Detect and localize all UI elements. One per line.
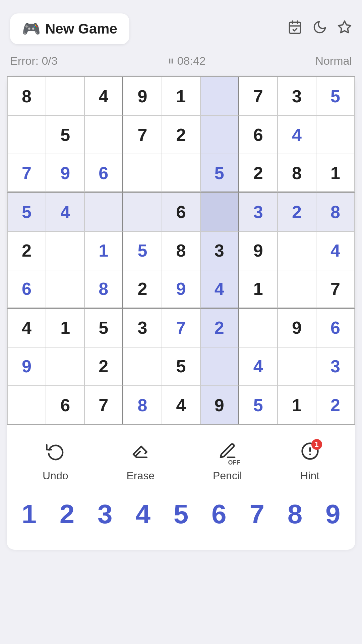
cell-7-7[interactable] bbox=[278, 347, 316, 386]
cell-7-4[interactable]: 5 bbox=[162, 347, 200, 386]
cell-0-2[interactable]: 4 bbox=[84, 77, 123, 115]
cell-7-2[interactable]: 2 bbox=[84, 347, 123, 386]
settings-icon[interactable] bbox=[337, 20, 352, 38]
cell-1-8[interactable] bbox=[316, 115, 355, 154]
cell-7-1[interactable] bbox=[46, 347, 84, 386]
cell-8-6[interactable]: 5 bbox=[239, 386, 278, 424]
cell-2-2[interactable]: 6 bbox=[84, 154, 123, 193]
cell-8-7[interactable]: 1 bbox=[278, 386, 316, 424]
cell-4-8[interactable]: 4 bbox=[316, 231, 355, 270]
cell-7-5[interactable] bbox=[200, 347, 239, 386]
cell-5-5[interactable]: 4 bbox=[200, 270, 239, 309]
cell-0-3[interactable]: 9 bbox=[123, 77, 162, 115]
cell-7-3[interactable] bbox=[123, 347, 162, 386]
cell-6-6[interactable] bbox=[239, 309, 278, 347]
cell-3-5[interactable] bbox=[200, 193, 239, 231]
cell-1-7[interactable]: 4 bbox=[278, 115, 316, 154]
cell-8-8[interactable]: 2 bbox=[316, 386, 355, 424]
cell-0-7[interactable]: 3 bbox=[278, 77, 316, 115]
cell-8-2[interactable]: 7 bbox=[84, 386, 123, 424]
cell-5-3[interactable]: 2 bbox=[123, 270, 162, 309]
cell-2-1[interactable]: 9 bbox=[46, 154, 84, 193]
numpad-6[interactable]: 6 bbox=[202, 499, 236, 530]
cell-5-1[interactable] bbox=[46, 270, 84, 309]
cell-1-6[interactable]: 6 bbox=[239, 115, 278, 154]
cell-3-6[interactable]: 3 bbox=[239, 193, 278, 231]
cell-1-0[interactable] bbox=[7, 115, 46, 154]
cell-5-0[interactable]: 6 bbox=[7, 270, 46, 309]
moon-icon[interactable] bbox=[312, 20, 327, 38]
cell-4-6[interactable]: 9 bbox=[239, 231, 278, 270]
cell-3-2[interactable] bbox=[84, 193, 123, 231]
numpad-3[interactable]: 3 bbox=[88, 499, 122, 530]
cell-3-8[interactable]: 8 bbox=[316, 193, 355, 231]
numpad-8[interactable]: 8 bbox=[278, 499, 312, 530]
numpad-9[interactable]: 9 bbox=[316, 499, 350, 530]
cell-5-6[interactable]: 1 bbox=[239, 270, 278, 309]
cell-4-0[interactable]: 2 bbox=[7, 231, 46, 270]
cell-2-4[interactable] bbox=[162, 154, 200, 193]
cell-0-5[interactable] bbox=[200, 77, 239, 115]
cell-3-4[interactable]: 6 bbox=[162, 193, 200, 231]
cell-6-3[interactable]: 3 bbox=[123, 309, 162, 347]
cell-8-3[interactable]: 8 bbox=[123, 386, 162, 424]
cell-6-5[interactable]: 2 bbox=[200, 309, 239, 347]
cell-6-1[interactable]: 1 bbox=[46, 309, 84, 347]
cell-1-2[interactable] bbox=[84, 115, 123, 154]
cell-5-4[interactable]: 9 bbox=[162, 270, 200, 309]
cell-0-4[interactable]: 1 bbox=[162, 77, 200, 115]
cell-5-2[interactable]: 8 bbox=[84, 270, 123, 309]
cell-0-0[interactable]: 8 bbox=[7, 77, 46, 115]
cell-7-0[interactable]: 9 bbox=[7, 347, 46, 386]
cell-6-8[interactable]: 6 bbox=[316, 309, 355, 347]
numpad-2[interactable]: 2 bbox=[50, 499, 84, 530]
numpad-1[interactable]: 1 bbox=[12, 499, 46, 530]
cell-2-5[interactable]: 5 bbox=[200, 154, 239, 193]
cell-1-1[interactable]: 5 bbox=[46, 115, 84, 154]
cell-4-1[interactable] bbox=[46, 231, 84, 270]
cell-8-5[interactable]: 9 bbox=[200, 386, 239, 424]
erase-button[interactable]: Erase bbox=[126, 442, 155, 482]
cell-8-0[interactable] bbox=[7, 386, 46, 424]
calendar-icon[interactable] bbox=[288, 20, 302, 38]
cell-1-3[interactable]: 7 bbox=[123, 115, 162, 154]
cell-4-4[interactable]: 8 bbox=[162, 231, 200, 270]
cell-6-7[interactable]: 9 bbox=[278, 309, 316, 347]
numpad-7[interactable]: 7 bbox=[240, 499, 274, 530]
cell-7-6[interactable]: 4 bbox=[239, 347, 278, 386]
cell-8-4[interactable]: 4 bbox=[162, 386, 200, 424]
pencil-button[interactable]: OFF Pencil bbox=[213, 442, 242, 482]
svg-rect-6 bbox=[171, 58, 173, 63]
cell-4-3[interactable]: 5 bbox=[123, 231, 162, 270]
number-pad: 123456789 bbox=[7, 492, 355, 543]
cell-2-8[interactable]: 1 bbox=[316, 154, 355, 193]
cell-1-4[interactable]: 2 bbox=[162, 115, 200, 154]
cell-0-8[interactable]: 5 bbox=[316, 77, 355, 115]
cell-4-2[interactable]: 1 bbox=[84, 231, 123, 270]
cell-3-0[interactable]: 5 bbox=[7, 193, 46, 231]
cell-5-8[interactable]: 7 bbox=[316, 270, 355, 309]
undo-button[interactable]: Undo bbox=[43, 442, 68, 482]
cell-3-3[interactable] bbox=[123, 193, 162, 231]
cell-0-1[interactable] bbox=[46, 77, 84, 115]
new-game-button[interactable]: 🎮 New Game bbox=[10, 13, 129, 44]
cell-2-3[interactable] bbox=[123, 154, 162, 193]
numpad-5[interactable]: 5 bbox=[164, 499, 198, 530]
cell-6-4[interactable]: 7 bbox=[162, 309, 200, 347]
cell-4-7[interactable] bbox=[278, 231, 316, 270]
cell-3-1[interactable]: 4 bbox=[46, 193, 84, 231]
cell-1-5[interactable] bbox=[200, 115, 239, 154]
hint-button[interactable]: 1 Hint bbox=[300, 442, 319, 482]
cell-2-0[interactable]: 7 bbox=[7, 154, 46, 193]
cell-0-6[interactable]: 7 bbox=[239, 77, 278, 115]
cell-6-2[interactable]: 5 bbox=[84, 309, 123, 347]
cell-6-0[interactable]: 4 bbox=[7, 309, 46, 347]
cell-4-5[interactable]: 3 bbox=[200, 231, 239, 270]
cell-3-7[interactable]: 2 bbox=[278, 193, 316, 231]
cell-2-7[interactable]: 8 bbox=[278, 154, 316, 193]
cell-7-8[interactable]: 3 bbox=[316, 347, 355, 386]
cell-5-7[interactable] bbox=[278, 270, 316, 309]
cell-2-6[interactable]: 2 bbox=[239, 154, 278, 193]
numpad-4[interactable]: 4 bbox=[126, 499, 160, 530]
cell-8-1[interactable]: 6 bbox=[46, 386, 84, 424]
